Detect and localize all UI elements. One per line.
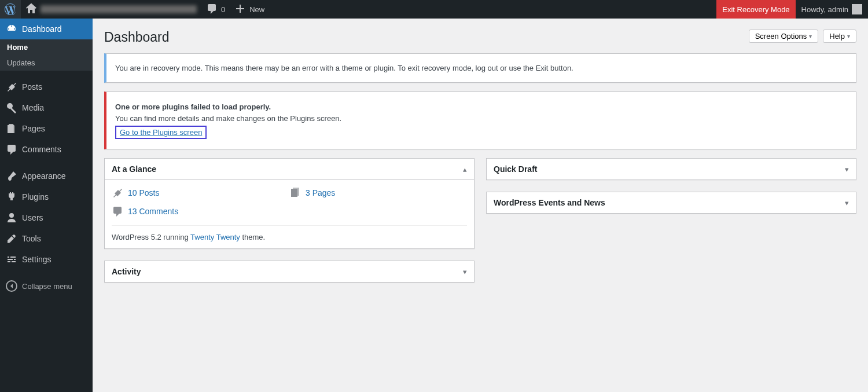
menu-posts[interactable]: Posts [0, 76, 93, 97]
recovery-notice: You are in recovery mode. This means the… [104, 53, 856, 83]
menu-dashboard[interactable]: Dashboard [0, 19, 93, 39]
chevron-up-icon[interactable]: ▴ [463, 165, 467, 174]
pin-icon [6, 81, 17, 93]
site-name[interactable] [21, 0, 201, 19]
menu-comments[interactable]: Comments [0, 139, 93, 160]
home-icon [25, 3, 37, 16]
help-button[interactable]: Help [823, 30, 856, 43]
activity-box: Activity ▾ [104, 261, 475, 283]
menu-plugins[interactable]: Plugins [0, 186, 93, 207]
collapse-icon [6, 280, 17, 292]
svg-rect-1 [8, 125, 13, 133]
menu-settings[interactable]: Settings [0, 249, 93, 270]
menu-pages[interactable]: Pages [0, 118, 93, 139]
quick-draft-header[interactable]: Quick Draft ▾ [487, 159, 856, 179]
wp-version: WordPress 5.2 running Twenty Twenty them… [112, 225, 467, 241]
site-name-text [41, 5, 197, 13]
events-header[interactable]: WordPress Events and News ▾ [487, 192, 856, 213]
glance-comments: 13 Comments [112, 206, 289, 217]
pages-icon [6, 123, 17, 134]
sliders-icon [6, 254, 17, 265]
menu-media[interactable]: Media [0, 97, 93, 118]
wrench-icon [6, 233, 17, 244]
brush-icon [6, 170, 17, 182]
new-content[interactable]: New [230, 0, 269, 19]
howdy-text: Howdy, admin [801, 5, 848, 14]
menu-tools[interactable]: Tools [0, 228, 93, 249]
plugin-error-notice: One or more plugins failed to load prope… [104, 91, 856, 149]
pages-icon [289, 187, 301, 199]
page-title: Dashboard [104, 24, 749, 47]
menu-users[interactable]: Users [0, 207, 93, 228]
chevron-down-icon[interactable]: ▾ [463, 268, 467, 276]
comments-link[interactable]: 0 [201, 0, 230, 19]
admin-toolbar: 0 New Exit Recovery Mode Howdy, admin [0, 0, 868, 19]
error-title: One or more plugins failed to load prope… [115, 102, 271, 111]
activity-header[interactable]: Activity ▾ [105, 261, 474, 282]
dashboard-icon [6, 23, 17, 35]
at-a-glance-header[interactable]: At a Glance ▴ [105, 159, 474, 180]
quick-draft-box: Quick Draft ▾ [486, 158, 856, 180]
user-icon [6, 212, 17, 224]
theme-link[interactable]: Twenty Twenty [190, 233, 240, 241]
main-content: Dashboard Screen Options Help You are in… [93, 19, 868, 294]
submenu-home[interactable]: Home [0, 39, 93, 55]
wp-logo[interactable] [0, 0, 21, 19]
plus-icon [234, 3, 246, 16]
pin-icon [112, 187, 123, 199]
svg-point-2 [9, 213, 14, 218]
my-account[interactable]: Howdy, admin [796, 0, 868, 19]
new-label: New [249, 5, 264, 14]
plug-icon [6, 191, 17, 203]
comments-count: 0 [221, 5, 225, 14]
comment-icon [112, 206, 123, 217]
media-icon [6, 102, 17, 113]
comment-icon [6, 144, 17, 155]
menu-appearance[interactable]: Appearance [0, 166, 93, 186]
exit-recovery-button[interactable]: Exit Recovery Mode [716, 0, 795, 19]
avatar [852, 4, 862, 14]
glance-pages: 3 Pages [289, 187, 467, 199]
events-box: WordPress Events and News ▾ [486, 192, 856, 214]
wordpress-icon [5, 3, 16, 15]
go-to-plugins-link[interactable]: Go to the Plugins screen [115, 126, 207, 139]
glance-posts: 10 Posts [112, 187, 289, 199]
screen-options-button[interactable]: Screen Options [749, 30, 819, 43]
recovery-notice-text: You are in recovery mode. This means the… [115, 64, 847, 72]
error-detail: You can find more details and make chang… [115, 114, 847, 123]
submenu-dashboard: Home Updates [0, 39, 93, 71]
svg-rect-5 [293, 188, 299, 196]
submenu-updates[interactable]: Updates [0, 55, 93, 71]
comment-icon [206, 3, 218, 16]
at-a-glance-box: At a Glance ▴ 10 Posts 3 Pages [104, 158, 475, 249]
admin-menu: Dashboard Home Updates Posts Media Pages… [0, 19, 93, 294]
chevron-down-icon[interactable]: ▾ [845, 165, 849, 174]
collapse-menu[interactable]: Collapse menu [0, 276, 93, 294]
chevron-down-icon[interactable]: ▾ [845, 199, 849, 207]
